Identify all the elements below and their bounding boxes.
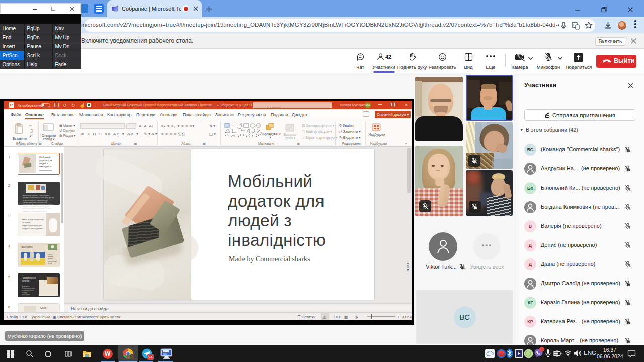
svg-text:T: T xyxy=(115,8,117,11)
